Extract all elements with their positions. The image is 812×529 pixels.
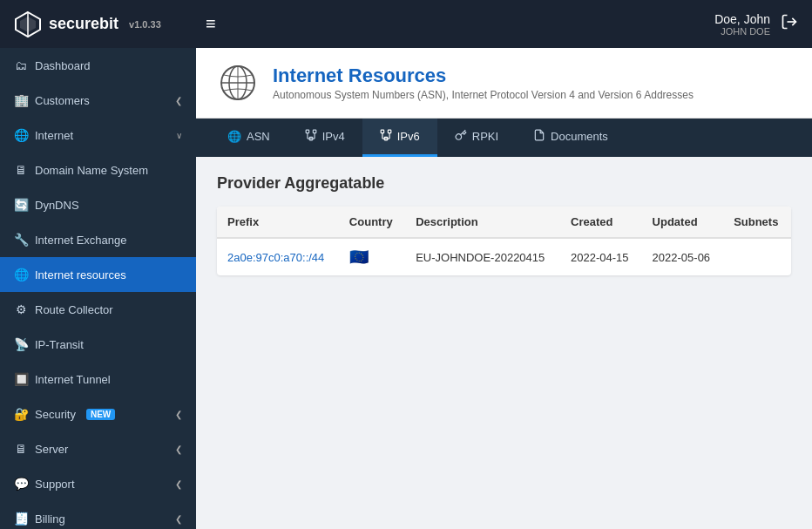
section-title: Provider Aggregatable: [217, 174, 791, 193]
country-flag: 🇪🇺: [349, 248, 369, 266]
ipv4-network-icon: [305, 129, 317, 144]
customers-icon: 🏢: [14, 93, 28, 107]
user-name: Doe, John: [714, 12, 770, 26]
internet-exchange-icon: 🔧: [14, 233, 28, 247]
app-version: v1.0.33: [129, 19, 161, 30]
sidebar-label-server: Server: [35, 443, 68, 456]
sidebar-item-support[interactable]: 💬 Support ❮: [0, 466, 196, 501]
sidebar-label-internet: Internet: [35, 129, 73, 142]
internet-resources-icon: 🌐: [14, 268, 28, 281]
logout-icon[interactable]: [781, 13, 798, 35]
sidebar-item-dashboard[interactable]: 🗂 Dashboard: [0, 48, 196, 83]
sidebar-item-internet[interactable]: 🌐 Internet ∨: [0, 118, 196, 153]
svg-rect-8: [306, 130, 309, 133]
asn-globe-icon: 🌐: [227, 130, 241, 143]
billing-icon: 🧾: [14, 512, 28, 526]
main-content: Internet Resources Autonomous System Num…: [196, 48, 812, 529]
tab-documents-label: Documents: [551, 130, 608, 143]
documents-icon: [533, 129, 545, 144]
security-icon: 🔐: [14, 407, 28, 421]
table-row: 2a0e:97c0:a70::/44 🇪🇺 EU-JOHNDOE-2022041…: [217, 238, 791, 275]
cell-updated: 2022-05-06: [642, 238, 724, 275]
col-country: Country: [339, 207, 405, 238]
sidebar-item-internet-exchange[interactable]: 🔧 Internet Exchange: [0, 222, 196, 257]
sidebar-item-dns[interactable]: 🖥 Domain Name System: [0, 153, 196, 187]
dns-icon: 🖥: [14, 163, 28, 177]
page-header: Internet Resources Autonomous System Num…: [196, 48, 812, 119]
ip-transit-icon: 📡: [14, 337, 28, 351]
sidebar-label-internet-tunnel: Internet Tunnel: [35, 373, 111, 386]
sidebar-item-ip-transit[interactable]: 📡 IP-Transit: [0, 327, 196, 362]
sidebar-item-customers[interactable]: 🏢 Customers ❮: [0, 83, 196, 118]
sidebar-label-support: Support: [35, 478, 75, 491]
sidebar-label-route-collector: Route Collector: [35, 303, 113, 316]
provider-aggregatable-table: Prefix Country Description Created Updat…: [217, 207, 791, 275]
tab-asn[interactable]: 🌐 ASN: [210, 119, 288, 157]
tab-bar: 🌐 ASN IPv4: [196, 119, 812, 157]
sidebar-item-internet-resources[interactable]: 🌐 Internet resources: [0, 257, 196, 292]
security-new-badge: NEW: [86, 409, 115, 420]
internet-tunnel-icon: 🔲: [14, 372, 28, 386]
sidebar-item-route-collector[interactable]: ⚙ Route Collector: [0, 292, 196, 327]
security-chevron-icon: ❮: [175, 410, 182, 419]
rpki-key-icon: [455, 129, 467, 144]
tab-rpki[interactable]: RPKI: [437, 119, 516, 157]
layout: 🗂 Dashboard 🏢 Customers ❮ 🌐 Internet ∨ 🖥…: [0, 48, 812, 529]
page-header-icon: [217, 62, 259, 104]
support-chevron-icon: ❮: [175, 479, 182, 489]
tab-documents[interactable]: Documents: [516, 119, 626, 157]
sidebar-label-internet-exchange: Internet Exchange: [35, 234, 127, 247]
cell-created: 2022-04-15: [560, 238, 642, 275]
dyndns-icon: 🔄: [14, 198, 28, 212]
sidebar-item-server[interactable]: 🖥 Server ❮: [0, 431, 196, 466]
sidebar-label-dyndns: DynDNS: [35, 199, 79, 212]
internet-chevron-icon: ∨: [176, 131, 182, 140]
support-icon: 💬: [14, 477, 28, 491]
billing-chevron-icon: ❮: [175, 514, 182, 524]
page-subtitle: Autonomous System Numbers (ASN), Interne…: [273, 89, 694, 101]
server-chevron-icon: ❮: [175, 444, 182, 454]
col-updated: Updated: [642, 207, 724, 238]
sidebar-label-internet-resources: Internet resources: [35, 268, 126, 281]
col-prefix: Prefix: [217, 207, 339, 238]
app-name: securebit: [49, 15, 118, 33]
col-description: Description: [405, 207, 560, 238]
sidebar-label-security: Security: [35, 408, 76, 421]
tab-ipv6-label: IPv6: [397, 130, 420, 143]
tab-ipv6[interactable]: IPv6: [362, 119, 437, 157]
tab-rpki-label: RPKI: [472, 130, 498, 143]
route-collector-icon: ⚙: [14, 302, 28, 316]
menu-toggle[interactable]: ≡: [206, 14, 216, 34]
tab-asn-label: ASN: [247, 130, 270, 143]
col-created: Created: [560, 207, 642, 238]
sidebar-item-dyndns[interactable]: 🔄 DynDNS: [0, 187, 196, 222]
sidebar-label-customers: Customers: [35, 94, 90, 107]
sidebar-label-dns: Domain Name System: [35, 164, 148, 177]
svg-rect-16: [388, 130, 391, 133]
cell-description: EU-JOHNDOE-20220415: [405, 238, 560, 275]
sidebar-item-billing[interactable]: 🧾 Billing ❮: [0, 501, 196, 529]
app-logo: securebit v1.0.33: [14, 10, 206, 38]
cell-subnets: [723, 238, 791, 275]
page-header-text: Internet Resources Autonomous System Num…: [273, 64, 694, 101]
dashboard-icon: 🗂: [14, 58, 28, 72]
tab-ipv4[interactable]: IPv4: [288, 119, 362, 157]
topbar: securebit v1.0.33 ≡ Doe, John JOHN DOE: [0, 0, 812, 48]
sidebar: 🗂 Dashboard 🏢 Customers ❮ 🌐 Internet ∨ 🖥…: [0, 48, 196, 529]
sidebar-label-dashboard: Dashboard: [35, 59, 91, 72]
cell-prefix: 2a0e:97c0:a70::/44: [217, 238, 339, 275]
sidebar-item-security[interactable]: 🔐 Security NEW ❮: [0, 397, 196, 431]
prefix-link[interactable]: 2a0e:97c0:a70::/44: [227, 251, 324, 264]
col-subnets: Subnets: [723, 207, 791, 238]
svg-rect-9: [313, 130, 316, 133]
sidebar-label-ip-transit: IP-Transit: [35, 338, 84, 351]
user-info: Doe, John JOHN DOE: [714, 12, 770, 37]
customers-chevron-icon: ❮: [175, 96, 182, 105]
svg-rect-15: [381, 130, 384, 133]
sidebar-label-billing: Billing: [35, 512, 65, 526]
sidebar-item-internet-tunnel[interactable]: 🔲 Internet Tunnel: [0, 362, 196, 397]
tab-ipv4-label: IPv4: [322, 130, 345, 143]
user-subtitle: JOHN DOE: [714, 26, 770, 37]
server-icon: 🖥: [14, 442, 28, 456]
ipv6-network-icon: [380, 129, 392, 144]
